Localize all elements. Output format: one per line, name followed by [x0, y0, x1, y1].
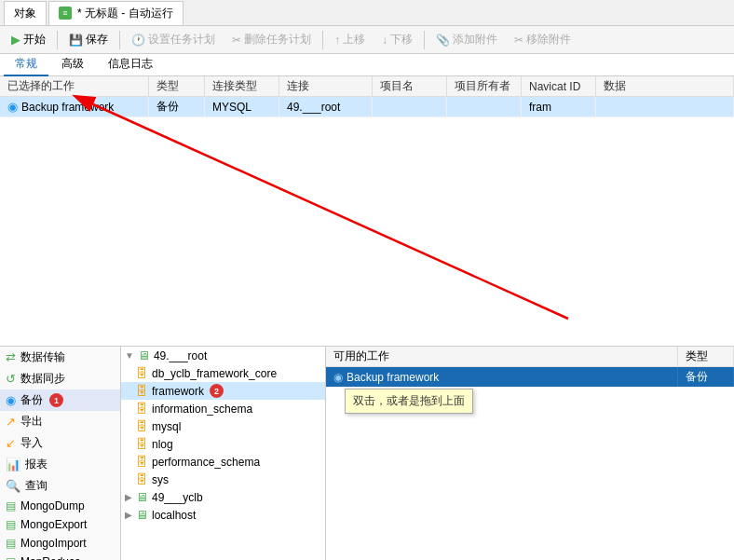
sidebar-item-mongoimport[interactable]: ▤ MongoImport: [0, 534, 120, 553]
tree-server-1[interactable]: ▼ 🖥 49.___root: [121, 347, 325, 364]
col-project: 项目名: [373, 76, 447, 96]
tree-server-2[interactable]: ▶ 🖥 49___yclb: [121, 488, 325, 506]
tab-general[interactable]: 常规: [4, 53, 48, 76]
mongodump-icon: ▤: [6, 499, 16, 512]
td-owner: [447, 97, 522, 116]
tab-advanced[interactable]: 高级: [50, 53, 95, 76]
tree-db-6[interactable]: 🗄 performance_schema: [121, 453, 325, 471]
save-button[interactable]: 💾 保存: [61, 28, 116, 51]
report-icon: 📊: [6, 458, 20, 471]
db-icon-2: 🗄: [136, 384, 148, 398]
badge-2: 2: [210, 384, 224, 398]
td-conn-type: MYSQL: [205, 97, 279, 116]
right-panel-header: 可用的工作 类型: [326, 347, 734, 367]
bottom-area: ⇄ 数据传输 ↺ 数据同步 ◉ 备份 1 ↗ 导出 ↙ 导入 📊: [0, 346, 734, 560]
col-type: 类型: [149, 76, 205, 96]
tree-db-5[interactable]: 🗄 nlog: [121, 435, 325, 453]
sep3: [322, 31, 323, 49]
col-conn: 连接: [279, 76, 373, 96]
right-col-type: 类型: [678, 347, 734, 366]
sidebar-item-import[interactable]: ↙ 导入: [0, 432, 120, 454]
server-icon-1: 🖥: [138, 348, 150, 362]
start-button[interactable]: ▶ 开始: [4, 28, 53, 51]
add-attachment-button[interactable]: 📎 添加附件: [428, 28, 505, 51]
col-navicat-id: Navicat ID: [522, 76, 596, 96]
table-row[interactable]: ◉ Backup framework 备份 MYSQL 49.___root f…: [0, 97, 734, 117]
tab-log[interactable]: 信息日志: [97, 53, 164, 76]
down-icon: ↓: [382, 34, 387, 47]
sidebar-item-query[interactable]: 🔍 查询: [0, 475, 120, 497]
sidebar-item-mongodump[interactable]: ▤ MongoDump: [0, 497, 120, 515]
sidebar-item-transfer[interactable]: ⇄ 数据传输: [0, 347, 120, 368]
sidebar-item-mapreduce[interactable]: ▤ MapReduce: [0, 553, 120, 560]
mongoimport-icon: ▤: [6, 537, 16, 550]
tree-server-3[interactable]: ▶ 🖥 localhost: [121, 506, 325, 524]
server-icon-3: 🖥: [136, 508, 148, 522]
right-td-type: 备份: [678, 367, 734, 387]
tabs-row: 常规 高级 信息日志: [0, 54, 734, 76]
sync-icon: ↺: [6, 372, 16, 386]
sep2: [119, 31, 120, 49]
db-icon-5: 🗄: [136, 437, 148, 451]
tree-db-7[interactable]: 🗄 sys: [121, 471, 325, 488]
obj-label: 对象: [14, 6, 36, 21]
move-down-button[interactable]: ↓ 下移: [374, 28, 420, 51]
remove-attachment-button[interactable]: ✂ 移除附件: [507, 28, 578, 51]
badge-1: 1: [49, 393, 63, 407]
sidebar-item-mongoexport[interactable]: ▤ MongoExport: [0, 515, 120, 534]
export-icon: ↗: [6, 415, 16, 429]
expand-icon-3: ▶: [125, 510, 132, 520]
move-up-button[interactable]: ↑ 上移: [327, 28, 373, 51]
tree-db-3[interactable]: 🗄 information_schema: [121, 400, 325, 417]
sidebar-item-export[interactable]: ↗ 导出: [0, 411, 120, 432]
up-icon: ↑: [334, 34, 340, 47]
td-conn: 49.___root: [279, 97, 373, 116]
tree-db-4[interactable]: 🗄 mysql: [121, 417, 325, 435]
server-icon-2: 🖥: [136, 490, 148, 504]
mapreduce-icon: ▤: [6, 555, 16, 560]
obj-tab[interactable]: 对象: [4, 1, 47, 25]
delete-schedule-button[interactable]: ✂ 删除任务计划: [224, 28, 319, 51]
start-icon: ▶: [11, 33, 20, 47]
svg-line-1: [93, 104, 568, 319]
td-type: 备份: [149, 97, 205, 116]
expand-icon-2: ▶: [125, 492, 132, 502]
backup-row-icon: ◉: [7, 100, 18, 114]
table-header: 已选择的工作 类型 连接类型 连接 项目名 项目所有者 Navicat ID 数…: [0, 76, 734, 97]
title-bar: 对象 ≡ * 无标题 - 自动运行: [0, 0, 734, 26]
td-navicat-id: fram: [522, 97, 596, 116]
upper-table-area: 已选择的工作 类型 连接类型 连接 项目名 项目所有者 Navicat ID 数…: [0, 76, 734, 346]
right-backup-icon: ◉: [333, 371, 343, 384]
clock-icon: 🕐: [131, 34, 145, 47]
td-job: ◉ Backup framework: [0, 97, 149, 116]
import-icon: ↙: [6, 436, 16, 450]
main-content: 已选择的工作 类型 连接类型 连接 项目名 项目所有者 Navicat ID 数…: [0, 76, 734, 560]
db-icon-6: 🗄: [136, 455, 148, 469]
sidebar-item-backup[interactable]: ◉ 备份 1: [0, 389, 120, 411]
db-icon-4: 🗄: [136, 419, 148, 433]
td-project: [373, 97, 447, 116]
sep4: [424, 31, 425, 49]
right-panel: 可用的工作 类型 ◉ Backup framework 备份 3 双: [326, 347, 734, 560]
transfer-icon: ⇄: [6, 350, 16, 364]
active-tab[interactable]: ≡ * 无标题 - 自动运行: [48, 1, 184, 25]
tree-db-1[interactable]: 🗄 db_yclb_framework_core: [121, 364, 325, 382]
tooltip: 双击，或者是拖到上面: [345, 389, 473, 414]
col-data: 数据: [596, 76, 734, 96]
right-row-1[interactable]: ◉ Backup framework 备份: [326, 367, 734, 388]
tree-db-2[interactable]: 🗄 framework 2: [121, 382, 325, 400]
tree-area: ▼ 🖥 49.___root 🗄 db_yclb_framework_core …: [121, 347, 326, 560]
tooltip-container: 3 双击，或者是拖到上面: [345, 389, 360, 404]
sidebar: ⇄ 数据传输 ↺ 数据同步 ◉ 备份 1 ↗ 导出 ↙ 导入 📊: [0, 347, 121, 560]
query-icon: 🔍: [6, 479, 20, 493]
sidebar-item-sync[interactable]: ↺ 数据同步: [0, 368, 120, 389]
right-td-job: ◉ Backup framework: [326, 367, 678, 387]
col-owner: 项目所有者: [447, 76, 522, 96]
tab-icon: ≡: [59, 7, 72, 20]
set-schedule-button[interactable]: 🕐 设置任务计划: [124, 28, 223, 51]
sep1: [57, 31, 58, 49]
backup-sidebar-icon: ◉: [6, 393, 16, 407]
delete-clock-icon: ✂: [232, 34, 241, 47]
db-icon-1: 🗄: [136, 366, 148, 380]
sidebar-item-report[interactable]: 📊 报表: [0, 454, 120, 475]
